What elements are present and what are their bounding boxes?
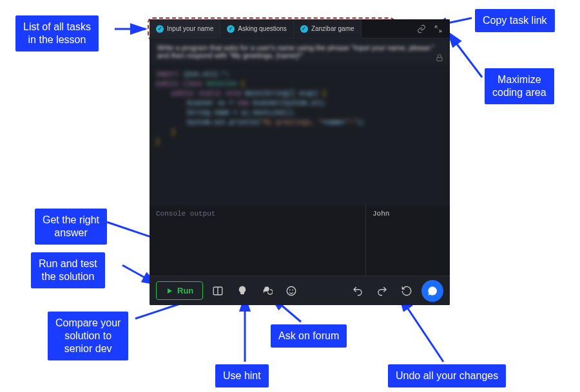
svg-rect-9 (437, 57, 442, 61)
lightbulb-icon (237, 285, 248, 297)
columns-icon (212, 285, 224, 297)
run-label: Run (177, 286, 193, 295)
expand-icon[interactable] (433, 24, 443, 34)
redo-icon (376, 285, 388, 297)
task-description-area: Write a program that asks for a user's n… (150, 39, 450, 66)
tab-zanzibar-game[interactable]: ✓ Zanzibar game (294, 19, 362, 38)
toolbar: Run (150, 275, 450, 305)
tab-input-your-name[interactable]: ✓ Input your name (150, 19, 220, 38)
console-output-pane[interactable]: Console output (150, 205, 366, 275)
run-button[interactable]: Run (156, 281, 203, 300)
callout-use-hint: Use hint (215, 364, 269, 387)
reset-button[interactable] (397, 281, 416, 301)
callout-get-answer: Get the right answer (35, 209, 107, 245)
chat-bubbles-icon (261, 285, 273, 297)
tab-label: Asking questions (238, 25, 287, 32)
stage: List of all tasks in the lesson Copy tas… (0, 0, 580, 392)
link-icon[interactable] (416, 24, 427, 34)
compare-button[interactable] (208, 281, 227, 301)
play-icon (166, 287, 173, 295)
smiley-icon (285, 285, 297, 297)
hint-button[interactable] (233, 281, 252, 301)
callout-compare: Compare your solution to senior dev (48, 312, 128, 360)
check-icon: ✓ (300, 25, 308, 33)
check-icon: ✓ (156, 25, 164, 33)
tabs-list: ✓ Input your name ✓ Asking questions ✓ Z… (150, 19, 410, 38)
callout-copy-link: Copy task link (475, 9, 555, 32)
tab-label: Input your name (167, 25, 213, 32)
console-input-value: John (372, 210, 389, 218)
code-editor[interactable]: import java.util.*; public class Solutio… (150, 66, 450, 205)
redo-button[interactable] (372, 281, 392, 301)
forum-button[interactable] (257, 281, 276, 301)
callout-ask-forum: Ask on forum (271, 324, 347, 348)
refresh-icon (401, 285, 412, 297)
console-input-pane[interactable]: John (366, 205, 450, 275)
callout-undo-all: Undo all your changes (388, 364, 506, 387)
callout-maximize: Maximize coding area (485, 68, 554, 104)
ide-panel: ✓ Input your name ✓ Asking questions ✓ Z… (150, 19, 450, 305)
console-output-label: Console output (156, 210, 215, 218)
svg-point-14 (293, 289, 294, 290)
tab-asking-questions[interactable]: ✓ Asking questions (220, 19, 294, 38)
svg-line-8 (400, 296, 443, 362)
tabs-row: ✓ Input your name ✓ Asking questions ✓ Z… (150, 19, 450, 39)
task-description-text: Write a program that asks for a user's n… (150, 39, 450, 66)
svg-point-12 (287, 286, 296, 295)
undo-button[interactable] (348, 281, 367, 301)
support-chat-button[interactable] (421, 280, 443, 302)
correct-answer-button[interactable] (282, 281, 301, 301)
callout-run-test: Run and test the solution (31, 252, 105, 288)
check-icon: ✓ (227, 25, 235, 33)
callout-task-list: List of all tasks in the lesson (15, 15, 99, 51)
console-row: Console output John (150, 205, 450, 275)
undo-icon (352, 285, 363, 297)
svg-point-13 (289, 289, 291, 290)
tab-label: Zanzibar game (311, 25, 354, 32)
tabs-actions (410, 24, 450, 34)
svg-line-2 (448, 32, 482, 77)
lock-icon (434, 53, 445, 63)
chat-icon (427, 285, 438, 297)
